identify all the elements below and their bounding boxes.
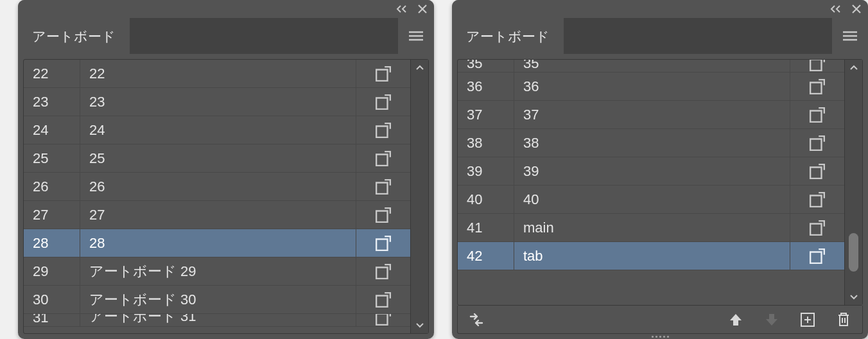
artboard-number: 29 bbox=[24, 257, 80, 285]
artboard-number: 35 bbox=[458, 60, 514, 72]
panel-menu-button[interactable] bbox=[832, 18, 868, 54]
tab-spacer bbox=[564, 18, 832, 54]
rearrange-button[interactable] bbox=[465, 309, 487, 331]
artboard-row[interactable]: 29アートボード 29 bbox=[24, 257, 410, 286]
artboard-icon bbox=[374, 178, 392, 195]
artboard-name[interactable]: 38 bbox=[514, 129, 790, 157]
scroll-up-button[interactable] bbox=[411, 60, 428, 75]
scroll-down-button[interactable] bbox=[411, 318, 428, 333]
artboard-icon bbox=[808, 248, 826, 265]
tab-artboards[interactable]: アートボード bbox=[18, 18, 130, 54]
artboard-icon bbox=[808, 135, 826, 152]
artboard-icon bbox=[808, 191, 826, 208]
artboard-name[interactable]: 27 bbox=[80, 201, 356, 229]
artboard-orientation-button[interactable] bbox=[790, 129, 844, 157]
artboard-name[interactable]: main bbox=[514, 214, 790, 241]
artboard-name[interactable]: アートボード 29 bbox=[80, 257, 356, 285]
collapse-icon[interactable] bbox=[829, 4, 842, 13]
artboard-orientation-button[interactable] bbox=[356, 257, 410, 285]
scrollbar[interactable] bbox=[844, 60, 862, 305]
artboard-name[interactable]: アートボード 31 bbox=[80, 314, 356, 326]
move-up-button[interactable] bbox=[725, 309, 747, 331]
artboard-row[interactable]: 2424 bbox=[24, 116, 410, 144]
artboard-orientation-button[interactable] bbox=[356, 229, 410, 257]
panel-titlebar bbox=[452, 0, 868, 18]
artboard-orientation-button[interactable] bbox=[790, 101, 844, 128]
artboard-row[interactable]: 2222 bbox=[24, 60, 410, 88]
artboard-orientation-button[interactable] bbox=[790, 214, 844, 241]
artboard-name[interactable]: 28 bbox=[80, 229, 356, 257]
artboard-row[interactable]: 31アートボード 31 bbox=[24, 314, 410, 327]
artboard-orientation-button[interactable] bbox=[790, 60, 844, 72]
close-icon[interactable] bbox=[851, 4, 862, 14]
artboard-icon bbox=[374, 235, 392, 252]
panel-tabbar: アートボード bbox=[18, 18, 434, 54]
new-artboard-button[interactable] bbox=[797, 309, 819, 331]
tab-artboards[interactable]: アートボード bbox=[452, 18, 564, 54]
scroll-thumb[interactable] bbox=[849, 233, 858, 272]
panel-tabbar: アートボード bbox=[452, 18, 868, 54]
artboard-number: 24 bbox=[24, 116, 80, 144]
scroll-down-button[interactable] bbox=[845, 290, 862, 305]
list-body: 35353636373738383939404041main42tab bbox=[458, 60, 844, 305]
artboard-orientation-button[interactable] bbox=[790, 157, 844, 185]
artboard-icon bbox=[808, 107, 826, 123]
artboard-row[interactable]: 2525 bbox=[24, 144, 410, 173]
artboard-name[interactable]: 40 bbox=[514, 186, 790, 213]
artboard-name[interactable]: 35 bbox=[514, 60, 790, 72]
artboard-name[interactable]: 36 bbox=[514, 73, 790, 100]
close-icon[interactable] bbox=[417, 4, 428, 14]
artboard-orientation-button[interactable] bbox=[790, 242, 844, 270]
collapse-icon[interactable] bbox=[395, 4, 408, 13]
artboard-orientation-button[interactable] bbox=[356, 88, 410, 116]
artboard-orientation-button[interactable] bbox=[356, 60, 410, 87]
artboard-row[interactable]: 3737 bbox=[458, 101, 844, 129]
artboard-name[interactable]: アートボード 30 bbox=[80, 286, 356, 313]
artboard-icon bbox=[374, 65, 392, 82]
artboard-orientation-button[interactable] bbox=[356, 116, 410, 144]
artboard-name[interactable]: 39 bbox=[514, 157, 790, 185]
artboard-orientation-button[interactable] bbox=[356, 173, 410, 200]
artboard-orientation-button[interactable] bbox=[356, 144, 410, 172]
artboard-row[interactable]: 3939 bbox=[458, 157, 844, 186]
artboard-orientation-button[interactable] bbox=[356, 201, 410, 229]
scrollbar[interactable] bbox=[410, 60, 428, 333]
artboard-number: 27 bbox=[24, 201, 80, 229]
artboard-row[interactable]: 30アートボード 30 bbox=[24, 286, 410, 314]
artboard-row[interactable]: 2727 bbox=[24, 201, 410, 229]
artboard-name[interactable]: 24 bbox=[80, 116, 356, 144]
artboard-orientation-button[interactable] bbox=[356, 314, 410, 326]
artboard-number: 36 bbox=[458, 73, 514, 100]
artboard-icon bbox=[374, 314, 392, 326]
artboard-name[interactable]: 25 bbox=[80, 144, 356, 172]
resize-grip[interactable] bbox=[647, 335, 673, 339]
scroll-up-button[interactable] bbox=[845, 60, 862, 75]
panel-menu-button[interactable] bbox=[398, 18, 434, 54]
artboard-icon bbox=[808, 78, 826, 95]
artboard-icon bbox=[808, 220, 826, 236]
artboard-row[interactable]: 42tab bbox=[458, 242, 844, 270]
artboard-row[interactable]: 2323 bbox=[24, 88, 410, 116]
artboard-number: 30 bbox=[24, 286, 80, 313]
artboard-row[interactable]: 4040 bbox=[458, 186, 844, 214]
delete-artboard-button[interactable] bbox=[833, 309, 855, 331]
artboard-row[interactable]: 3838 bbox=[458, 129, 844, 157]
artboard-row[interactable]: 41main bbox=[458, 214, 844, 242]
artboard-icon bbox=[374, 122, 392, 139]
artboard-orientation-button[interactable] bbox=[356, 286, 410, 313]
artboard-name[interactable]: 26 bbox=[80, 173, 356, 200]
artboard-name[interactable]: tab bbox=[514, 242, 790, 270]
tab-spacer bbox=[130, 18, 398, 54]
artboard-row[interactable]: 3535 bbox=[458, 60, 844, 73]
list-body: 222223232424252526262727282829アートボード 293… bbox=[24, 60, 410, 333]
artboard-name[interactable]: 22 bbox=[80, 60, 356, 87]
artboard-row[interactable]: 2828 bbox=[24, 229, 410, 257]
artboard-icon bbox=[374, 94, 392, 110]
artboard-number: 31 bbox=[24, 314, 80, 326]
artboard-name[interactable]: 37 bbox=[514, 101, 790, 128]
artboard-orientation-button[interactable] bbox=[790, 186, 844, 213]
artboard-orientation-button[interactable] bbox=[790, 73, 844, 100]
artboard-row[interactable]: 2626 bbox=[24, 173, 410, 201]
artboard-name[interactable]: 23 bbox=[80, 88, 356, 116]
artboard-row[interactable]: 3636 bbox=[458, 73, 844, 101]
